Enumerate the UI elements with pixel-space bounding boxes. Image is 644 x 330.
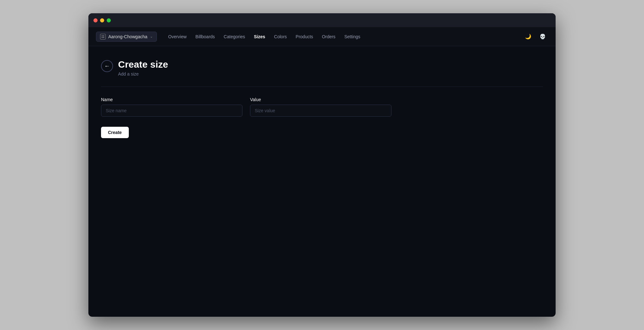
nav-link-overview[interactable]: Overview [164, 32, 190, 41]
page-title-block: Create size Add a size [118, 59, 168, 76]
main-content: ← Create size Add a size Name Value Crea… [88, 46, 556, 317]
nav-link-sizes[interactable]: Sizes [250, 32, 269, 41]
name-field: Name [101, 97, 242, 117]
minimize-button[interactable] [100, 18, 104, 22]
page-subtitle: Add a size [118, 71, 168, 76]
chevron-down-icon: ⌄ [150, 34, 153, 39]
store-icon [100, 34, 106, 40]
value-label: Value [250, 97, 391, 102]
maximize-button[interactable] [107, 18, 111, 22]
navbar: Aarong-Chowgacha ⌄ Overview Billboards C… [88, 27, 556, 46]
nav-actions: 🌙 💀 [523, 31, 548, 42]
back-arrow-icon: ← [104, 63, 110, 70]
moon-icon: 🌙 [525, 34, 531, 40]
user-menu-button[interactable]: 💀 [537, 31, 548, 42]
name-label: Name [101, 97, 242, 102]
svg-rect-1 [103, 35, 104, 36]
nav-link-billboards[interactable]: Billboards [192, 32, 218, 41]
section-divider [101, 87, 543, 87]
nav-link-orders[interactable]: Orders [318, 32, 339, 41]
svg-rect-2 [102, 37, 103, 38]
nav-link-categories[interactable]: Categories [220, 32, 249, 41]
close-button[interactable] [93, 18, 98, 22]
value-input[interactable] [250, 105, 391, 117]
page-header: ← Create size Add a size [101, 59, 543, 76]
nav-link-colors[interactable]: Colors [270, 32, 290, 41]
store-name: Aarong-Chowgacha [108, 34, 147, 39]
titlebar [88, 13, 556, 27]
traffic-lights [93, 18, 111, 22]
create-button[interactable]: Create [101, 127, 129, 138]
store-selector[interactable]: Aarong-Chowgacha ⌄ [96, 32, 157, 42]
app-window: Aarong-Chowgacha ⌄ Overview Billboards C… [88, 13, 556, 317]
back-button[interactable]: ← [101, 60, 113, 72]
nav-links: Overview Billboards Categories Sizes Col… [164, 32, 523, 41]
svg-rect-3 [103, 37, 104, 38]
nav-link-settings[interactable]: Settings [341, 32, 364, 41]
dark-mode-button[interactable]: 🌙 [523, 31, 534, 42]
name-input[interactable] [101, 105, 242, 117]
nav-link-products[interactable]: Products [292, 32, 317, 41]
svg-rect-0 [102, 35, 103, 36]
create-size-form: Name Value [101, 97, 391, 117]
page-title: Create size [118, 59, 168, 70]
skull-icon: 💀 [540, 34, 546, 40]
value-field: Value [250, 97, 391, 117]
